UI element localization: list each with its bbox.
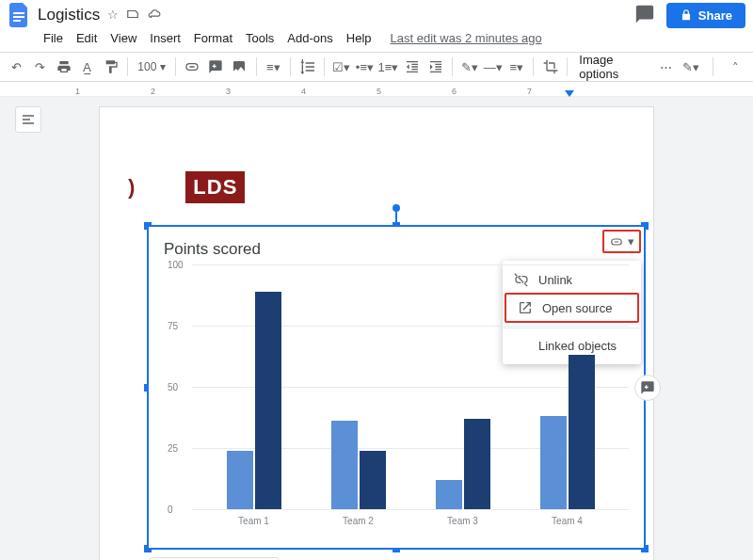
bar: [227, 451, 253, 509]
lds-bullet: ): [128, 175, 135, 200]
share-button[interactable]: Share: [666, 3, 745, 28]
y-tick: 100: [168, 260, 184, 270]
zoom-select[interactable]: 100 ▾: [134, 60, 168, 73]
bar: [331, 421, 358, 509]
bulleted-list-icon[interactable]: •≡▾: [354, 55, 376, 79]
bar: [360, 451, 386, 509]
toolbar: ↶ ↷ A̲ 100 ▾ ≡▾ ☑▾ •≡▾ 1≡▾ ✎▾ —▾ ≡▾ Imag…: [0, 52, 753, 82]
comments-icon[interactable]: [634, 4, 655, 27]
x-tick: Team 4: [552, 516, 583, 526]
doc-title[interactable]: Logistics: [38, 6, 100, 24]
add-comment-icon[interactable]: [205, 55, 227, 79]
link-icon[interactable]: [182, 55, 203, 79]
cloud-icon[interactable]: [147, 8, 162, 24]
numbered-list-icon[interactable]: 1≡▾: [377, 55, 399, 79]
more-icon[interactable]: ⋯: [655, 55, 677, 79]
y-tick: 25: [168, 443, 178, 454]
border-dash-icon[interactable]: ≡▾: [505, 55, 527, 79]
menu-view[interactable]: View: [104, 28, 142, 48]
star-icon[interactable]: ☆: [107, 8, 119, 24]
bar: [569, 355, 595, 509]
linked-chart-chip[interactable]: ▾: [602, 230, 641, 253]
x-tick: Team 1: [238, 516, 269, 526]
print-icon[interactable]: [53, 55, 74, 79]
line-spacing-icon[interactable]: [296, 55, 318, 79]
docs-logo-icon[interactable]: [8, 3, 32, 27]
y-tick: 0: [168, 504, 173, 515]
bar: [436, 480, 462, 509]
indent-decrease-icon[interactable]: [401, 55, 423, 79]
hide-menus-icon[interactable]: ˄: [723, 55, 747, 79]
linked-chart[interactable]: Points scored ▾ Unlink Open source: [147, 225, 646, 550]
menu-addons[interactable]: Add-ons: [281, 28, 338, 48]
crop-icon[interactable]: [539, 55, 561, 79]
redo-icon[interactable]: ↷: [29, 55, 51, 79]
chevron-down-icon: ▾: [628, 234, 634, 248]
y-tick: 75: [168, 321, 178, 331]
insert-image-icon[interactable]: [229, 55, 250, 79]
indent-increase-icon[interactable]: [425, 55, 446, 79]
menu-edit[interactable]: Edit: [71, 28, 103, 48]
paint-format-icon[interactable]: [100, 55, 121, 79]
undo-icon[interactable]: ↶: [6, 55, 27, 79]
menu-tools[interactable]: Tools: [240, 28, 280, 48]
bar: [540, 416, 567, 509]
move-icon[interactable]: [126, 8, 139, 24]
menu-help[interactable]: Help: [341, 28, 377, 48]
document-page: ) LDS Points scored ▾: [99, 106, 654, 560]
bar: [255, 292, 281, 509]
right-indent-marker[interactable]: [565, 90, 574, 97]
lds-logo: LDS: [185, 171, 245, 203]
rotate-handle[interactable]: [393, 204, 400, 212]
menu-insert[interactable]: Insert: [144, 28, 186, 48]
x-tick: Team 3: [447, 516, 478, 526]
border-color-icon[interactable]: ✎▾: [458, 55, 480, 79]
spellcheck-icon[interactable]: A̲: [76, 55, 98, 79]
y-tick: 50: [168, 382, 178, 392]
editing-mode-icon[interactable]: ✎▾: [679, 55, 703, 79]
checklist-icon[interactable]: ☑▾: [330, 55, 352, 79]
document-outline-icon[interactable]: [15, 106, 41, 133]
add-comment-button[interactable]: [634, 375, 661, 401]
align-icon[interactable]: ≡▾: [263, 55, 284, 79]
svg-rect-2: [13, 20, 21, 22]
link-icon: [609, 235, 624, 248]
ruler: 1 2 3 4 5 6 7: [0, 82, 753, 97]
bar: [464, 419, 490, 509]
image-options-button[interactable]: Image options: [573, 53, 653, 81]
menu-file[interactable]: File: [38, 28, 69, 48]
menu-format[interactable]: Format: [188, 28, 238, 48]
border-weight-icon[interactable]: —▾: [482, 55, 504, 79]
svg-rect-0: [13, 12, 24, 14]
share-button-label: Share: [698, 8, 732, 23]
x-tick: Team 2: [343, 516, 374, 526]
last-edit-link[interactable]: Last edit was 2 minutes ago: [385, 28, 548, 48]
svg-rect-1: [13, 16, 24, 18]
chart-title: Points scored: [164, 240, 629, 259]
